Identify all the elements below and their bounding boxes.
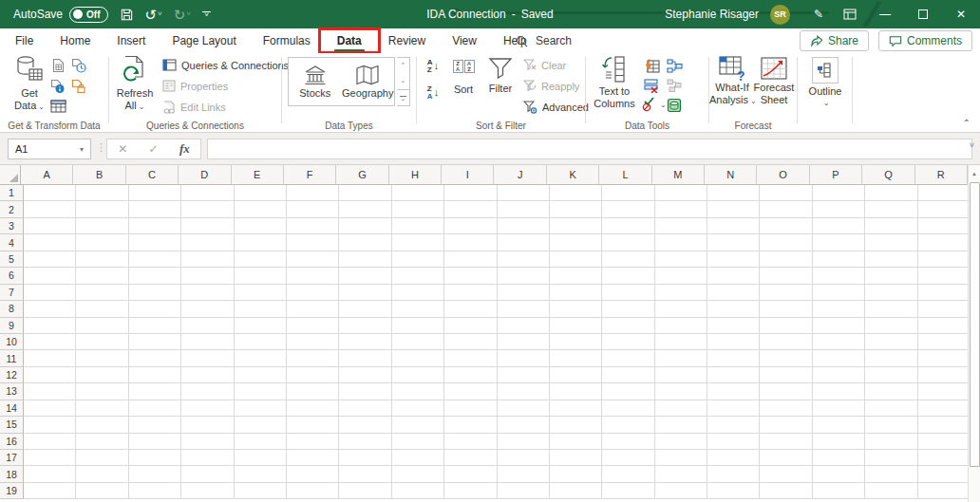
cell-D11[interactable]: [181, 350, 234, 366]
dropdown-arrow-icon[interactable]: ▾: [73, 145, 90, 154]
cell-O12[interactable]: [760, 367, 812, 383]
cell-H13[interactable]: [392, 383, 444, 400]
cell-J8[interactable]: [498, 301, 550, 317]
cell-Q16[interactable]: [865, 434, 917, 450]
row-header-16[interactable]: 16: [0, 434, 24, 450]
cell-F14[interactable]: [287, 400, 339, 417]
cell-B10[interactable]: [76, 334, 128, 350]
cell-L16[interactable]: [602, 434, 654, 450]
cell-R17[interactable]: [918, 450, 968, 466]
cell-Q6[interactable]: [865, 268, 917, 284]
column-header-f[interactable]: F: [284, 165, 336, 185]
cell-J18[interactable]: [498, 466, 550, 482]
cell-H19[interactable]: [392, 483, 444, 499]
cell-H12[interactable]: [392, 367, 444, 383]
cell-D3[interactable]: [181, 218, 234, 234]
cell-H4[interactable]: [392, 234, 444, 251]
tab-insert[interactable]: Insert: [104, 28, 159, 53]
cell-G4[interactable]: [339, 234, 391, 251]
vertical-scrollbar[interactable]: ▲: [968, 165, 980, 502]
cell-H16[interactable]: [392, 434, 444, 450]
collapse-ribbon-button[interactable]: ⌃: [963, 118, 971, 128]
cell-I4[interactable]: [444, 234, 497, 251]
consolidate-button[interactable]: [666, 57, 683, 74]
cell-O16[interactable]: [760, 434, 812, 450]
cell-F4[interactable]: [287, 234, 339, 251]
relationships-button[interactable]: [666, 77, 683, 94]
cell-C15[interactable]: [129, 417, 181, 433]
cell-N16[interactable]: [707, 434, 760, 450]
cell-I3[interactable]: [444, 218, 497, 234]
cell-C4[interactable]: [129, 234, 181, 251]
cell-I16[interactable]: [444, 434, 497, 450]
cell-J2[interactable]: [498, 201, 550, 217]
cell-B11[interactable]: [76, 350, 128, 366]
cell-J9[interactable]: [498, 318, 550, 334]
cell-M9[interactable]: [655, 318, 707, 334]
cell-I15[interactable]: [444, 417, 497, 433]
cell-R11[interactable]: [918, 350, 968, 366]
cell-I10[interactable]: [444, 334, 497, 350]
redo-button[interactable]: ↻ ˅: [174, 8, 191, 22]
cell-E8[interactable]: [235, 301, 287, 317]
cell-G16[interactable]: [339, 434, 391, 450]
cell-Q15[interactable]: [865, 417, 917, 433]
cell-R10[interactable]: [918, 334, 968, 350]
select-all-button[interactable]: [0, 165, 21, 185]
cell-F11[interactable]: [287, 350, 339, 366]
cell-G19[interactable]: [339, 483, 391, 499]
cell-N15[interactable]: [707, 417, 760, 433]
cell-F6[interactable]: [287, 268, 339, 284]
cell-B5[interactable]: [76, 251, 128, 268]
cell-A15[interactable]: [24, 417, 76, 433]
cell-L3[interactable]: [602, 218, 654, 234]
cell-C5[interactable]: [129, 251, 181, 268]
cell-J4[interactable]: [498, 234, 550, 251]
cell-B18[interactable]: [76, 466, 128, 482]
row-header-4[interactable]: 4: [0, 234, 24, 251]
cell-I8[interactable]: [444, 301, 497, 317]
cell-P13[interactable]: [813, 383, 865, 400]
data-validation-button[interactable]: ⌄: [641, 97, 667, 112]
cell-E18[interactable]: [235, 466, 287, 482]
cell-E16[interactable]: [235, 434, 287, 450]
cell-P19[interactable]: [813, 483, 865, 499]
cell-F12[interactable]: [287, 367, 339, 383]
cell-P12[interactable]: [813, 367, 865, 383]
cell-H6[interactable]: [392, 268, 444, 284]
cell-C18[interactable]: [129, 466, 181, 482]
row-header-1[interactable]: 1: [0, 185, 24, 201]
cell-H5[interactable]: [392, 251, 444, 268]
tab-view[interactable]: View: [439, 28, 490, 53]
cell-M14[interactable]: [655, 400, 707, 417]
cell-L19[interactable]: [602, 483, 654, 499]
cell-A8[interactable]: [24, 301, 76, 317]
cell-C2[interactable]: [129, 201, 181, 217]
tab-review[interactable]: Review: [375, 28, 439, 53]
cell-K2[interactable]: [550, 201, 602, 217]
sort-button[interactable]: ZA AZ Sort: [447, 57, 480, 96]
cell-D9[interactable]: [181, 318, 234, 334]
cell-R16[interactable]: [918, 434, 968, 450]
column-header-n[interactable]: N: [705, 165, 757, 185]
cell-M7[interactable]: [655, 285, 707, 301]
column-header-o[interactable]: O: [757, 165, 809, 185]
cell-J11[interactable]: [498, 350, 550, 366]
cell-J3[interactable]: [498, 218, 550, 234]
cell-F15[interactable]: [287, 417, 339, 433]
cell-G6[interactable]: [339, 268, 391, 284]
column-header-d[interactable]: D: [179, 165, 231, 185]
cell-D13[interactable]: [181, 383, 234, 400]
cell-P7[interactable]: [813, 285, 865, 301]
cell-Q19[interactable]: [865, 483, 917, 499]
cell-H7[interactable]: [392, 285, 444, 301]
cell-N18[interactable]: [707, 466, 760, 482]
cell-J17[interactable]: [498, 450, 550, 466]
cell-C19[interactable]: [129, 483, 181, 499]
cell-A6[interactable]: [24, 268, 76, 284]
cell-M10[interactable]: [655, 334, 707, 350]
cell-M17[interactable]: [655, 450, 707, 466]
cell-P15[interactable]: [813, 417, 865, 433]
cell-I18[interactable]: [444, 466, 497, 482]
cell-A5[interactable]: [24, 251, 76, 268]
